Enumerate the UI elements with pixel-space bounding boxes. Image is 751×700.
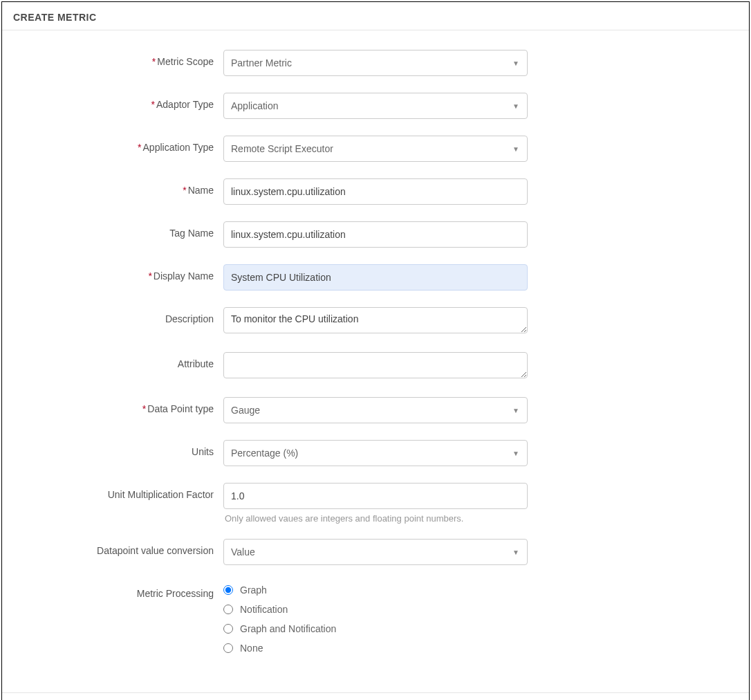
label-text: Units xyxy=(192,446,214,457)
required-mark: * xyxy=(152,56,156,67)
radio-graph[interactable] xyxy=(223,585,233,595)
row-name: *Name xyxy=(19,178,732,205)
label-name: *Name xyxy=(19,178,223,196)
label-text: Metric Scope xyxy=(157,56,214,67)
modal-title: CREATE METRIC xyxy=(13,12,97,23)
label-text: Tag Name xyxy=(169,228,214,239)
name-input[interactable] xyxy=(223,178,528,205)
label-datapoint-value-conv: Datapoint value conversion xyxy=(19,539,223,556)
radio-graph-notification[interactable] xyxy=(223,624,233,634)
label-text: Attribute xyxy=(178,358,214,369)
label-text: Name xyxy=(188,185,214,196)
row-adaptor-type: *Adaptor Type Application ▼ xyxy=(19,93,732,119)
required-mark: * xyxy=(138,142,141,153)
row-description: Description To monitor the CPU utilizati… xyxy=(19,307,732,335)
label-description: Description xyxy=(19,307,223,324)
row-unit-mult-factor: Unit Multiplication Factor Only allowed … xyxy=(19,483,732,524)
row-application-type: *Application Type Remote Script Executor… xyxy=(19,136,732,162)
label-text: Description xyxy=(165,313,214,324)
adaptor-type-select[interactable]: Application xyxy=(223,93,528,119)
label-tag-name: Tag Name xyxy=(19,221,223,239)
label-adaptor-type: *Adaptor Type xyxy=(19,93,223,110)
label-units: Units xyxy=(19,440,223,457)
label-metric-processing: Metric Processing xyxy=(19,582,223,599)
modal-header: CREATE METRIC xyxy=(2,2,749,30)
radio-label: None xyxy=(240,643,263,654)
required-mark: * xyxy=(148,270,151,282)
label-text: Unit Multiplication Factor xyxy=(108,489,214,500)
modal-body: *Metric Scope Partner Metric ▼ *Adaptor … xyxy=(2,30,749,692)
label-data-point-type: *Data Point type xyxy=(19,397,223,414)
tag-name-input[interactable] xyxy=(223,221,528,248)
row-attribute: Attribute xyxy=(19,352,732,380)
radio-label: Graph and Notification xyxy=(240,623,336,634)
radio-notification[interactable] xyxy=(223,605,233,614)
attribute-textarea[interactable] xyxy=(223,352,528,378)
row-tag-name: Tag Name xyxy=(19,221,732,248)
data-point-type-select[interactable]: Gauge xyxy=(223,397,528,423)
label-unit-mult-factor: Unit Multiplication Factor xyxy=(19,483,223,500)
metric-processing-group: Graph Notification Graph and Notificatio… xyxy=(223,582,528,654)
radio-label: Graph xyxy=(240,584,267,596)
radio-none[interactable] xyxy=(223,643,233,653)
row-display-name: *Display Name xyxy=(19,264,732,291)
required-mark: * xyxy=(151,99,155,110)
row-metric-scope: *Metric Scope Partner Metric ▼ xyxy=(19,50,732,76)
row-units: Units Percentage (%) ▼ xyxy=(19,440,732,466)
radio-row-notification[interactable]: Notification xyxy=(223,604,528,615)
label-text: Metric Processing xyxy=(137,588,214,599)
display-name-input[interactable] xyxy=(223,264,528,291)
label-text: Display Name xyxy=(154,270,214,282)
unit-mult-factor-input[interactable] xyxy=(223,483,528,509)
row-metric-processing: Metric Processing Graph Notification Gra… xyxy=(19,582,732,662)
create-metric-modal: CREATE METRIC *Metric Scope Partner Metr… xyxy=(1,1,750,700)
row-data-point-type: *Data Point type Gauge ▼ xyxy=(19,397,732,423)
label-text: Adaptor Type xyxy=(156,99,214,110)
unit-mult-factor-help: Only allowed vaues are integers and floa… xyxy=(223,513,528,524)
metric-scope-select[interactable]: Partner Metric xyxy=(223,50,528,76)
required-mark: * xyxy=(142,403,146,414)
radio-row-graph[interactable]: Graph xyxy=(223,584,528,596)
label-application-type: *Application Type xyxy=(19,136,223,153)
label-text: Data Point type xyxy=(147,403,214,414)
required-mark: * xyxy=(183,185,186,196)
row-datapoint-value-conv: Datapoint value conversion Value ▼ xyxy=(19,539,732,565)
label-metric-scope: *Metric Scope xyxy=(19,50,223,67)
label-text: Datapoint value conversion xyxy=(97,545,214,556)
radio-label: Notification xyxy=(240,604,288,615)
description-textarea[interactable]: To monitor the CPU utilization xyxy=(223,307,528,333)
label-display-name: *Display Name xyxy=(19,264,223,282)
label-attribute: Attribute xyxy=(19,352,223,369)
radio-row-graph-notification[interactable]: Graph and Notification xyxy=(223,623,528,634)
radio-row-none[interactable]: None xyxy=(223,643,528,654)
datapoint-value-conv-select[interactable]: Value xyxy=(223,539,528,565)
units-select[interactable]: Percentage (%) xyxy=(223,440,528,466)
label-text: Application Type xyxy=(143,142,214,153)
modal-footer: Cancel Save xyxy=(2,692,749,700)
application-type-select[interactable]: Remote Script Executor xyxy=(223,136,528,162)
